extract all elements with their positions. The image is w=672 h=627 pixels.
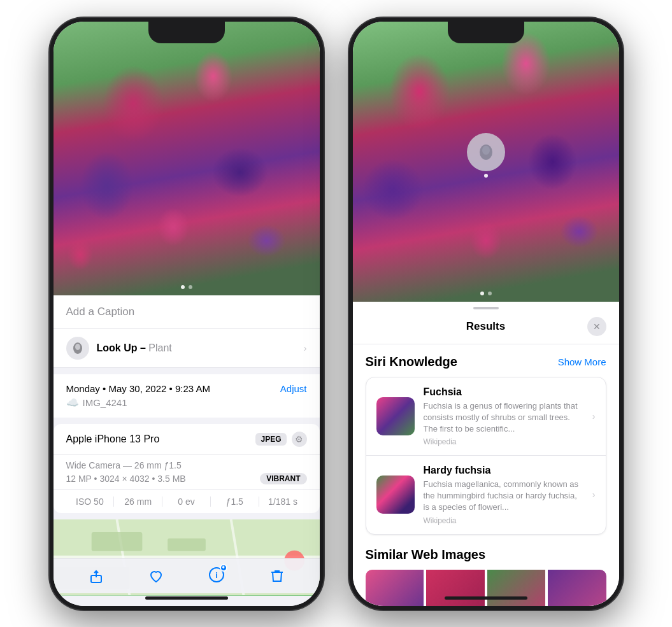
- caption-section[interactable]: Add a Caption: [54, 295, 320, 329]
- page-dot-2: [189, 285, 192, 289]
- exif-iso: ISO 50: [66, 497, 115, 507]
- photo-display[interactable]: [54, 22, 320, 295]
- camera-specs-row: 12 MP • 3024 × 4032 • 3.5 MB VIBRANT: [66, 473, 307, 484]
- page-indicator: [181, 285, 192, 289]
- similar-image-4[interactable]: [548, 570, 606, 606]
- exif-shutter: 1/181 s: [259, 497, 307, 507]
- right-page-dot-1: [480, 292, 484, 295]
- delete-button[interactable]: [269, 568, 285, 584]
- camera-settings-icon[interactable]: ⚙: [292, 432, 307, 447]
- fuchsia-chevron-icon: ›: [592, 411, 596, 421]
- filename-row: ☁️ IMG_4241: [66, 397, 307, 409]
- exif-focal: 26 mm: [114, 497, 162, 507]
- fuchsia-thumbnail: [376, 397, 415, 435]
- svg-text:i: i: [215, 570, 218, 580]
- lookup-icon: [66, 337, 89, 360]
- exif-row: ISO 50 26 mm 0 ev ƒ1.5 1/181 s: [54, 490, 320, 513]
- format-badge: JPEG: [255, 433, 286, 446]
- right-phone-content: Results ✕ Siri Knowledge Show More: [353, 22, 619, 606]
- flower-image: [54, 22, 320, 295]
- exif-ev: 0 ev: [162, 497, 211, 507]
- hardy-fuchsia-description: Fuchsia magellanica, commonly known as t…: [424, 479, 583, 514]
- siri-visual-search-button[interactable]: [467, 133, 505, 171]
- fuchsia-source: Wikipedia: [424, 437, 583, 446]
- cloud-icon: ☁️: [66, 397, 79, 409]
- right-page-dot-2: [488, 292, 492, 295]
- exif-aperture: ƒ1.5: [211, 497, 259, 507]
- similar-images-grid[interactable]: [366, 570, 606, 606]
- close-button[interactable]: ✕: [587, 317, 606, 336]
- lookup-row[interactable]: Look Up – Plant ›: [54, 329, 320, 368]
- left-phone-content: Add a Caption Look Up – Plant ›: [54, 22, 320, 606]
- vibrant-badge: VIBRANT: [260, 473, 306, 484]
- results-header: Results ✕: [353, 309, 619, 344]
- camera-detail: Wide Camera — 26 mm ƒ1.5 12 MP • 3024 × …: [54, 455, 320, 490]
- siri-indicator-dot: [484, 174, 488, 178]
- right-page-indicator: [480, 292, 492, 295]
- page-dot-1: [181, 285, 185, 289]
- camera-type: Wide Camera — 26 mm ƒ1.5: [66, 460, 307, 470]
- results-title: Results: [385, 320, 587, 333]
- fuchsia-item[interactable]: Fuchsia Fuchsia is a genus of flowering …: [366, 377, 606, 456]
- fuchsia-text: Fuchsia Fuchsia is a genus of flowering …: [424, 386, 583, 447]
- siri-knowledge-title: Siri Knowledge: [366, 355, 457, 369]
- like-button[interactable]: [148, 568, 164, 584]
- svg-rect-7: [168, 538, 206, 551]
- results-content: Siri Knowledge Show More Fuchsia Fuchsia…: [353, 344, 619, 606]
- results-sheet: Results ✕ Siri Knowledge Show More: [353, 302, 619, 606]
- hardy-fuchsia-text: Hardy fuchsia Fuchsia magellanica, commo…: [424, 465, 583, 525]
- device-badges: JPEG ⚙: [255, 432, 306, 447]
- hardy-fuchsia-name: Hardy fuchsia: [424, 465, 583, 476]
- adjust-button[interactable]: Adjust: [280, 383, 307, 394]
- similar-title: Similar Web Images: [366, 547, 606, 562]
- filename-text: IMG_4241: [83, 397, 127, 408]
- share-button[interactable]: [89, 568, 104, 584]
- svg-point-15: [482, 146, 490, 155]
- hardy-fuchsia-chevron-icon: ›: [592, 490, 596, 500]
- device-section: Apple iPhone 13 Pro JPEG ⚙ Wide Camera —…: [54, 424, 320, 513]
- similar-image-2[interactable]: [426, 570, 485, 606]
- lookup-chevron-icon: ›: [304, 343, 307, 353]
- device-row: Apple iPhone 13 Pro JPEG ⚙: [54, 424, 320, 455]
- date-row: Monday • May 30, 2022 • 9:23 AM Adjust: [66, 383, 307, 394]
- fuchsia-description: Fuchsia is a genus of flowering plants t…: [424, 400, 583, 435]
- siri-knowledge-header: Siri Knowledge Show More: [366, 355, 606, 369]
- fuchsia-name: Fuchsia: [424, 386, 583, 398]
- show-more-button[interactable]: Show More: [558, 356, 606, 367]
- right-photo-display[interactable]: [353, 22, 619, 302]
- similar-image-3[interactable]: [487, 570, 546, 606]
- hardy-fuchsia-item[interactable]: Hardy fuchsia Fuchsia magellanica, commo…: [366, 456, 606, 534]
- knowledge-card: Fuchsia Fuchsia is a genus of flowering …: [366, 377, 606, 535]
- specs-text: 12 MP • 3024 × 4032 • 3.5 MB: [66, 474, 186, 484]
- lookup-text: Look Up – Plant: [97, 342, 172, 354]
- notch: [148, 22, 225, 43]
- right-phone: Results ✕ Siri Knowledge Show More: [349, 18, 623, 610]
- info-button[interactable]: i ✦: [208, 567, 225, 586]
- hardy-fuchsia-source: Wikipedia: [424, 516, 583, 525]
- similar-image-1[interactable]: [366, 570, 424, 606]
- toolbar: i ✦: [54, 558, 320, 593]
- date-metadata: Monday • May 30, 2022 • 9:23 AM Adjust ☁…: [54, 374, 320, 418]
- home-indicator: [145, 596, 228, 600]
- left-phone: Add a Caption Look Up – Plant ›: [50, 18, 324, 610]
- date-text: Monday • May 30, 2022 • 9:23 AM: [66, 383, 210, 394]
- home-indicator-right: [445, 596, 527, 600]
- device-name: Apple iPhone 13 Pro: [66, 433, 160, 445]
- notch-right: [448, 22, 524, 43]
- caption-placeholder[interactable]: Add a Caption: [66, 306, 135, 318]
- svg-rect-6: [91, 532, 142, 551]
- svg-point-1: [75, 344, 80, 350]
- hardy-fuchsia-thumbnail: [376, 476, 415, 514]
